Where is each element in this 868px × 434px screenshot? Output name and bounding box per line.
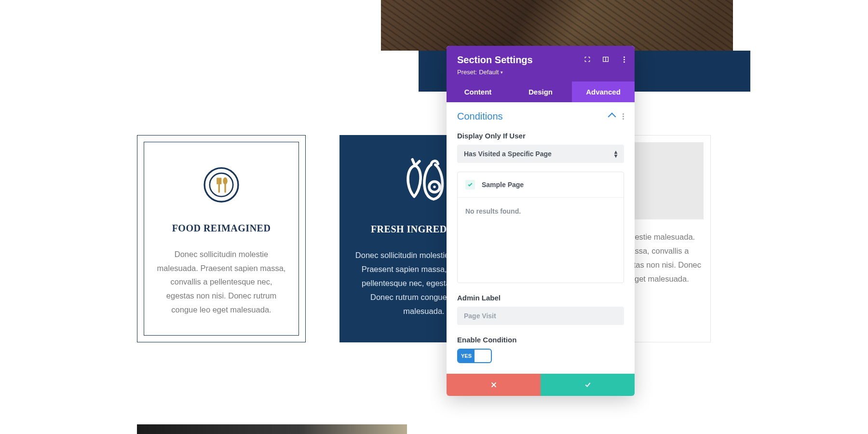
display-if-select[interactable]: Has Visited a Specific Page ▴▾ [457, 145, 624, 163]
collapse-icon[interactable] [608, 112, 616, 121]
select-caret-icon: ▴▾ [614, 150, 617, 158]
page-search-listbox: Sample Page No results found. [457, 172, 624, 283]
section-title: Conditions [457, 111, 503, 122]
feature-card-title: FOOD REIMAGINED [172, 223, 271, 234]
confirm-button[interactable] [541, 374, 635, 396]
preset-prefix: Preset: [457, 68, 477, 76]
lower-image-strip [137, 424, 407, 434]
feature-card-food: FOOD REIMAGINED Donec sollicitudin moles… [137, 135, 306, 342]
admin-label-label: Admin Label [457, 294, 624, 302]
enable-condition-toggle[interactable]: YES [457, 349, 492, 363]
check-icon [584, 381, 592, 389]
list-item[interactable]: Sample Page [458, 172, 624, 198]
feature-card-body: Donec sollicitudin molestie malesuada. P… [156, 247, 287, 317]
modal-header: Section Settings Preset: Default ▾ [447, 46, 635, 81]
modal-tabs: Content Design Advanced [447, 81, 635, 102]
hero-image [381, 0, 733, 51]
preset-value: Default [479, 68, 499, 76]
tab-advanced[interactable]: Advanced [572, 81, 635, 102]
select-value: Has Visited a Specific Page [464, 150, 552, 158]
tab-content[interactable]: Content [447, 81, 509, 102]
kebab-menu-icon[interactable] [620, 55, 628, 63]
checkmark-icon [465, 180, 475, 190]
expand-icon[interactable] [583, 55, 591, 63]
tab-design[interactable]: Design [509, 81, 572, 102]
display-if-label: Display Only If User [457, 132, 624, 140]
cancel-button[interactable] [447, 374, 541, 396]
close-icon [490, 381, 498, 389]
section-settings-modal: Section Settings Preset: Default ▾ Conte… [447, 46, 635, 396]
enable-condition-label: Enable Condition [457, 336, 624, 344]
veggie-icon [397, 152, 450, 205]
conditions-section-header[interactable]: Conditions [447, 102, 635, 128]
svg-point-9 [433, 186, 436, 189]
no-results-text: No results found. [458, 198, 624, 283]
list-item-label: Sample Page [482, 181, 524, 189]
columns-icon[interactable] [602, 55, 610, 63]
caret-down-icon: ▾ [501, 70, 503, 75]
plate-icon [192, 165, 250, 204]
toggle-on-text: YES [458, 350, 475, 362]
modal-footer [447, 374, 635, 396]
conditions-panel: Display Only If User Has Visited a Speci… [447, 132, 635, 374]
svg-point-1 [210, 173, 233, 196]
feature-card-food-inner: FOOD REIMAGINED Donec sollicitudin moles… [144, 142, 299, 336]
admin-label-input[interactable] [457, 307, 624, 325]
preset-selector[interactable]: Preset: Default ▾ [457, 68, 503, 76]
section-menu-icon[interactable] [623, 113, 624, 120]
